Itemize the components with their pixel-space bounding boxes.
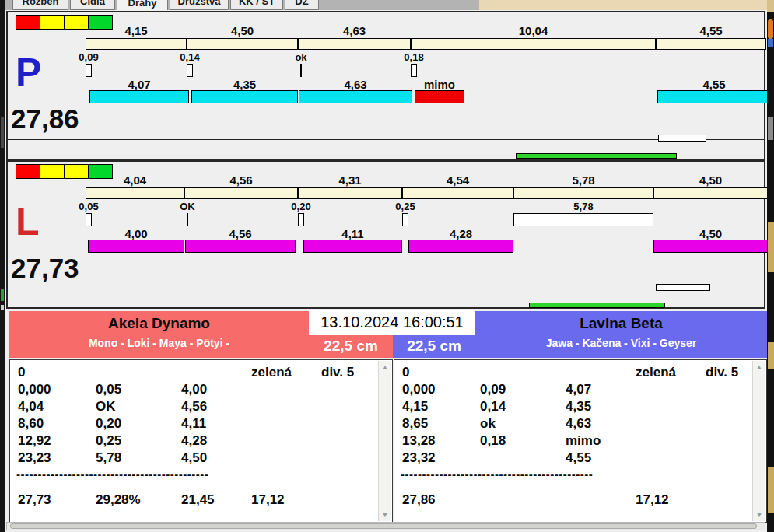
desktop-icon-fragment <box>1 289 4 301</box>
table-cell: 4,04 <box>18 399 44 415</box>
tab-dz[interactable]: DZ <box>285 0 319 10</box>
table-cell: 4,00 <box>181 382 207 397</box>
table-cell: 4,50 <box>181 450 207 466</box>
tab-bar: RozbehČidlaDráhyDružstvaKK / STDZ <box>5 0 479 10</box>
split-time-label: 4,11 <box>318 227 388 240</box>
table-cell: 0,000 <box>402 382 436 397</box>
lane-bar-segment <box>89 90 189 103</box>
split-time-label: 4,00 <box>101 227 171 240</box>
table-row: 0,0000,094,07 <box>394 382 766 399</box>
table-cell: 0,25 <box>96 433 121 449</box>
table-row: 4,150,144,35 <box>394 399 766 416</box>
table-divider: ----------------------------------------… <box>16 467 243 485</box>
table-cell: OK <box>96 399 116 415</box>
vertical-scrollbar[interactable]: ▲▼ <box>378 361 391 521</box>
table-cell: 12,92 <box>18 433 51 449</box>
tick-marker <box>402 213 408 226</box>
lane-bar-segment <box>299 90 412 103</box>
split-time-label: 4,63 <box>320 78 391 91</box>
vertical-scrollbar[interactable]: ▲▼ <box>752 361 765 521</box>
result-table-left: 0zelenádiv. 50,0000,054,004,04OK4,568,60… <box>9 359 393 523</box>
table-cell: 0,20 <box>96 416 121 432</box>
tab-rozbeh[interactable]: Rozbeh <box>12 0 68 10</box>
desktop-icon-fragment <box>768 19 773 39</box>
split-time-label: 4,63 <box>320 24 390 37</box>
tab-dr-hy[interactable]: Dráhy <box>117 0 168 10</box>
split-time-label: 4,15 <box>101 24 171 37</box>
table-cell: 0,05 <box>96 382 121 397</box>
horizontal-scrollbar-thumb[interactable] <box>10 523 757 529</box>
split-time-label: 4,55 <box>676 24 746 37</box>
top-bar-segment <box>86 38 187 50</box>
split-time-label: 4,50 <box>208 24 278 37</box>
green-progress-bar <box>529 303 665 308</box>
split-time-label: 4,55 <box>679 78 749 91</box>
desktop-edge-right <box>767 0 774 532</box>
separator-line <box>8 139 764 140</box>
split-time-label: 4,35 <box>210 78 280 91</box>
table-total-cell: 21,45 <box>181 492 215 508</box>
table-cell: 0 <box>402 365 409 380</box>
lane-bar-segment <box>653 240 768 253</box>
table-total-cell: 27,73 <box>18 492 51 508</box>
table-row: 23,235,784,50 <box>10 450 392 467</box>
table-cell: zelená <box>636 365 676 380</box>
scroll-down-icon[interactable]: ▼ <box>753 509 765 521</box>
table-divider: ----------------------------------------… <box>401 467 628 485</box>
team-left-name: Akela Dynamo <box>9 315 309 334</box>
table-total-cell: 27,86 <box>402 492 436 508</box>
jump-height-left: 22,5 cm <box>309 335 393 358</box>
lane-bar-segment <box>185 240 296 253</box>
lane-panel-L: L27,734,044,564,314,545,784,500,05OK0,20… <box>6 160 765 309</box>
desktop-icon-fragment <box>1 305 4 310</box>
desktop-icon-fragment <box>768 39 773 47</box>
tick-marker <box>298 213 304 226</box>
table-total-cell: 29,28% <box>96 492 141 508</box>
status-square <box>64 15 89 30</box>
team-left-title-zone: Akela Dynamo Mono - Loki - Maya - Pötyi … <box>9 311 309 358</box>
tick-marker <box>86 64 92 77</box>
jump-height-right: 22,5 cm <box>393 335 475 358</box>
horizontal-scrollbar[interactable] <box>6 522 765 530</box>
scroll-up-icon[interactable]: ▲ <box>379 361 391 373</box>
tick-marker <box>187 64 193 77</box>
table-cell: 13,28 <box>402 433 436 449</box>
tick-label: 0,14 <box>155 51 225 63</box>
table-row: 0zelenádiv. 5 <box>394 365 766 382</box>
table-cell: 4,63 <box>566 416 591 432</box>
result-table-right: 0zelenádiv. 50,0000,094,074,150,144,358,… <box>394 359 767 523</box>
top-bar-segment <box>653 187 768 199</box>
table-cell: div. 5 <box>706 365 738 380</box>
tab-kk-st[interactable]: KK / ST <box>230 0 283 10</box>
table-cell: ok <box>480 416 496 432</box>
top-bar-segment <box>656 38 766 50</box>
tab-dru-stva[interactable]: Družstva <box>170 0 229 10</box>
app-window: RozbehČidlaDráhyDružstvaKK / STDZ P27,86… <box>5 0 767 532</box>
table-cell: 23,32 <box>402 450 436 466</box>
top-bar-segment <box>184 187 298 199</box>
tick-label: 0,25 <box>370 201 440 212</box>
split-time-label: 4,28 <box>426 227 496 240</box>
table-totals-row: 27,8617,12 <box>394 492 766 509</box>
table-cell: 4,07 <box>566 382 591 397</box>
table-cell: 4,35 <box>566 399 591 415</box>
table-cell: 0,18 <box>480 433 506 449</box>
table-cell: zelená <box>251 365 292 380</box>
status-square <box>40 15 65 30</box>
separator-line <box>8 289 764 289</box>
tick-marker <box>300 64 302 77</box>
split-time-label: 4,50 <box>676 227 746 240</box>
table-cell: div. 5 <box>321 365 354 380</box>
table-cell: 8,60 <box>18 416 44 432</box>
status-square <box>16 15 40 30</box>
table-cell: 0,09 <box>480 382 506 397</box>
tab--idla[interactable]: Čidla <box>70 0 115 10</box>
scroll-down-icon[interactable]: ▼ <box>379 509 391 521</box>
table-cell: 0,000 <box>18 382 51 397</box>
desktop-icon-fragment <box>768 342 774 369</box>
desktop-behind-window <box>479 0 767 10</box>
desktop-icon-fragment <box>1 117 4 148</box>
table-cell: 4,11 <box>181 416 206 432</box>
white-marker-bar <box>658 135 706 142</box>
scroll-up-icon[interactable]: ▲ <box>753 361 765 373</box>
